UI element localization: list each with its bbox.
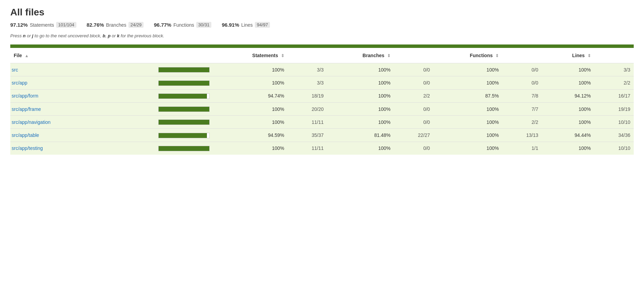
cell-progress-bar [155, 116, 213, 129]
table-row: src 100% 3/3 100% 0/0 100% 0/0 100% 3/3 [10, 63, 634, 76]
file-link[interactable]: src/app/table [12, 132, 39, 138]
hint-text: Press n or j to go to the next uncovered… [10, 33, 634, 38]
cell-stmt-frac: 11/11 [288, 116, 327, 129]
summary-statements: 97.12% Statements 101/104 [10, 22, 76, 28]
cell-stmt-pct: 100% [213, 102, 288, 115]
branches-badge: 24/29 [128, 22, 144, 28]
col-functions[interactable]: Functions ⇕ [433, 48, 502, 63]
cell-func-pct: 100% [433, 129, 502, 142]
table-row: src/app/frame 100% 20/20 100% 0/0 100% 7… [10, 102, 634, 115]
progress-bar-outer [158, 67, 210, 73]
col-branches[interactable]: Branches ⇕ [327, 48, 394, 63]
table-row: src/app/navigation 100% 11/11 100% 0/0 1… [10, 116, 634, 129]
cell-file: src/app/navigation [10, 116, 155, 129]
cell-line-pct: 94.44% [542, 129, 594, 142]
file-link[interactable]: src/app/navigation [12, 119, 51, 125]
file-link[interactable]: src/app/frame [12, 106, 41, 112]
branches-label: Branches [106, 22, 126, 28]
progress-bar-outer [158, 119, 210, 125]
statements-pct: 97.12% [10, 22, 28, 28]
cell-stmt-pct: 94.59% [213, 129, 288, 142]
cell-line-frac: 10/10 [594, 142, 634, 155]
table-row: src/app/form 94.74% 18/19 100% 2/2 87.5%… [10, 89, 634, 102]
statements-sort-icon: ⇕ [281, 53, 284, 58]
lines-label: Lines [241, 22, 252, 28]
cell-line-pct: 100% [542, 76, 594, 89]
cell-file: src [10, 63, 155, 76]
cell-stmt-frac: 20/20 [288, 102, 327, 115]
cell-branch-frac: 0/0 [394, 63, 433, 76]
table-row: src/app/testing 100% 11/11 100% 0/0 100%… [10, 142, 634, 155]
functions-pct: 96.77% [154, 22, 171, 28]
cell-file: src/app/testing [10, 142, 155, 155]
cell-stmt-pct: 100% [213, 142, 288, 155]
progress-bar-outer [158, 133, 210, 138]
cell-line-pct: 100% [542, 116, 594, 129]
cell-stmt-pct: 94.74% [213, 89, 288, 102]
branches-sort-icon: ⇕ [387, 53, 391, 58]
cell-line-pct: 94.12% [542, 89, 594, 102]
file-link[interactable]: src/app [12, 80, 27, 86]
progress-bar-outer [158, 146, 210, 151]
cell-line-frac: 2/2 [594, 76, 634, 89]
progress-bar-inner [159, 94, 207, 99]
summary-lines: 96.91% Lines 94/97 [222, 22, 270, 28]
lines-pct: 96.91% [222, 22, 239, 28]
cell-branch-pct: 100% [327, 102, 394, 115]
cell-line-frac: 16/17 [594, 89, 634, 102]
progress-bar-inner [159, 67, 209, 72]
cell-func-pct: 100% [433, 116, 502, 129]
functions-badge: 30/31 [196, 22, 212, 28]
cell-func-frac: 7/8 [502, 89, 542, 102]
cell-branch-pct: 100% [327, 76, 394, 89]
cell-progress-bar [155, 129, 213, 142]
table-row: src/app 100% 3/3 100% 0/0 100% 0/0 100% … [10, 76, 634, 89]
cell-branch-pct: 100% [327, 116, 394, 129]
col-lines[interactable]: Lines ⇕ [542, 48, 594, 63]
cell-branch-frac: 0/0 [394, 116, 433, 129]
cell-stmt-frac: 35/37 [288, 129, 327, 142]
cell-func-frac: 0/0 [502, 76, 542, 89]
summary-functions: 96.77% Functions 30/31 [154, 22, 211, 28]
cell-file: src/app/frame [10, 102, 155, 115]
col-bar [155, 48, 213, 63]
file-link[interactable]: src/app/form [12, 93, 38, 99]
col-branches-frac [394, 48, 433, 63]
green-divider [10, 44, 634, 48]
branches-pct: 82.76% [87, 22, 104, 28]
statements-badge: 101/104 [56, 22, 76, 28]
lines-sort-icon: ⇕ [587, 53, 591, 58]
cell-func-pct: 100% [433, 63, 502, 76]
progress-bar-inner [159, 133, 207, 138]
cell-line-frac: 10/10 [594, 116, 634, 129]
cell-progress-bar [155, 142, 213, 155]
progress-bar-outer [158, 80, 210, 86]
page-title: All files [10, 7, 634, 18]
cell-stmt-pct: 100% [213, 76, 288, 89]
cell-file: src/app/table [10, 129, 155, 142]
progress-bar-outer [158, 106, 210, 112]
cell-branch-pct: 100% [327, 142, 394, 155]
table-header-row: File ▲ Statements ⇕ Branches ⇕ Functions… [10, 48, 634, 63]
summary-bar: 97.12% Statements 101/104 82.76% Branche… [10, 22, 634, 28]
cell-line-frac: 3/3 [594, 63, 634, 76]
cell-line-frac: 34/36 [594, 129, 634, 142]
cell-branch-pct: 100% [327, 63, 394, 76]
file-link[interactable]: src [12, 67, 18, 73]
cell-stmt-frac: 3/3 [288, 76, 327, 89]
file-link[interactable]: src/app/testing [12, 145, 43, 151]
cell-line-pct: 100% [542, 63, 594, 76]
col-statements[interactable]: Statements ⇕ [213, 48, 288, 63]
cell-line-pct: 100% [542, 142, 594, 155]
cell-line-pct: 100% [542, 102, 594, 115]
progress-bar-inner [159, 81, 209, 86]
coverage-table: File ▲ Statements ⇕ Branches ⇕ Functions… [10, 48, 634, 155]
cell-stmt-frac: 18/19 [288, 89, 327, 102]
cell-line-frac: 19/19 [594, 102, 634, 115]
col-functions-frac [502, 48, 542, 63]
progress-bar-inner [159, 146, 209, 151]
cell-progress-bar [155, 89, 213, 102]
cell-branch-frac: 22/27 [394, 129, 433, 142]
cell-branch-pct: 100% [327, 89, 394, 102]
col-file[interactable]: File ▲ [10, 48, 155, 63]
